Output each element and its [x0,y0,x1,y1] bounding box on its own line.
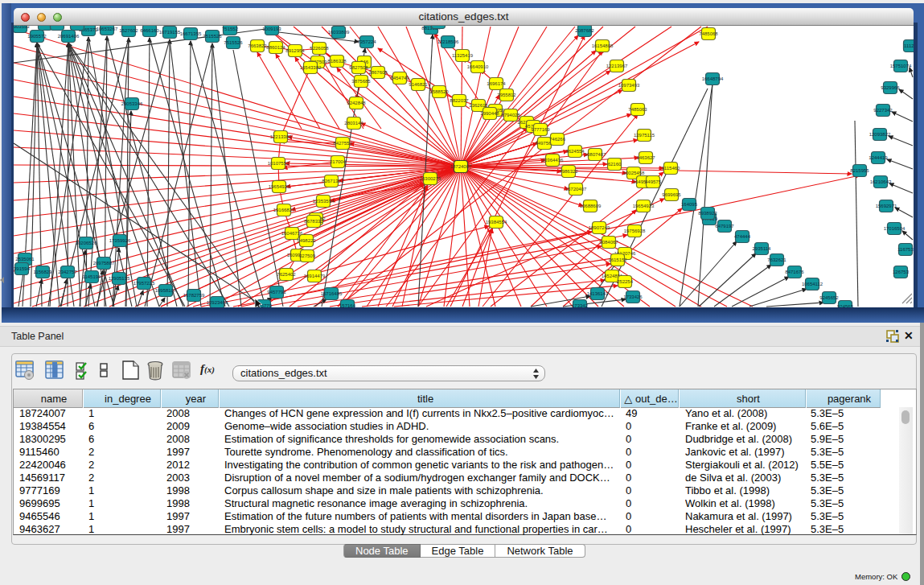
svg-text:29053346: 29053346 [121,101,143,106]
svg-text:8678332: 8678332 [304,219,323,224]
svg-text:1733426: 1733426 [623,295,643,299]
svg-text:8471676: 8471676 [785,270,804,274]
svg-text:9242848: 9242848 [347,101,366,105]
svg-text:2087682: 2087682 [575,28,594,33]
svg-text:19166827: 19166827 [273,208,295,212]
svg-text:20975887: 20975887 [93,261,115,266]
svg-text:18907249: 18907249 [589,225,610,230]
svg-text:2935114: 2935114 [753,246,772,251]
svg-text:5498222: 5498222 [297,238,316,243]
svg-text:1527602: 1527602 [119,28,138,33]
svg-text:164095: 164095 [681,202,698,207]
svg-text:10807487: 10807487 [585,152,606,157]
svg-text:16782759: 16782759 [183,293,205,298]
svg-text:8186328: 8186328 [327,59,347,64]
svg-text:9329966: 9329966 [881,85,900,90]
svg-text:1905572: 1905572 [27,34,47,39]
svg-text:14136141: 14136141 [587,291,609,296]
svg-text:7485063: 7485063 [628,107,647,112]
svg-text:173342: 173342 [572,303,589,307]
svg-text:116753: 116753 [897,247,914,252]
svg-text:474444: 474444 [734,234,751,239]
svg-text:16648794: 16648794 [702,76,724,81]
svg-text:15692971: 15692971 [876,204,897,208]
svg-text:7515526: 7515526 [203,34,222,39]
svg-text:11325419: 11325419 [452,53,474,58]
svg-text:9463627: 9463627 [636,155,655,160]
svg-text:10107552: 10107552 [268,161,290,166]
svg-text:20364436: 20364436 [542,158,564,163]
svg-text:9227342: 9227342 [873,108,893,113]
svg-text:12093822: 12093822 [869,132,891,137]
svg-text:391594: 391594 [14,266,31,271]
svg-text:1990448: 1990448 [480,111,499,116]
svg-text:327509: 327509 [299,253,316,258]
svg-text:8267130: 8267130 [322,179,341,183]
svg-text:12905135: 12905135 [109,276,130,281]
svg-text:7485068: 7485068 [699,31,718,36]
svg-text:2803144: 2803144 [344,121,363,126]
svg-text:3875685: 3875685 [351,79,371,84]
svg-text:8427552: 8427552 [333,141,352,146]
svg-text:10025458: 10025458 [623,171,645,175]
svg-text:751552: 751552 [222,27,239,31]
svg-text:1244419: 1244419 [869,155,888,160]
svg-text:6479197: 6479197 [715,224,734,229]
svg-text:16154808: 16154808 [592,43,614,48]
svg-text:6466160: 6466160 [140,28,159,33]
svg-text:17957225: 17957225 [133,281,155,286]
svg-text:252254: 252254 [617,279,634,284]
svg-text:7625402: 7625402 [277,272,296,277]
svg-text:9146821: 9146821 [409,82,428,87]
svg-text:8938923: 8938923 [698,211,717,216]
svg-text:17016504: 17016504 [884,226,906,231]
svg-text:746266: 746266 [549,137,566,142]
svg-text:126753: 126753 [893,270,910,274]
svg-text:16210643: 16210643 [870,179,892,184]
svg-text:10958107: 10958107 [155,288,177,293]
svg-text:15751074: 15751074 [890,64,912,68]
svg-text:1145194: 1145194 [83,274,102,279]
svg-text:11123: 11123 [904,43,914,48]
svg-text:10973493: 10973493 [618,83,640,88]
svg-text:10653267: 10653267 [97,27,118,31]
svg-text:1615152: 1615152 [608,257,627,262]
svg-text:7357224: 7357224 [357,39,376,44]
svg-text:8215955: 8215955 [850,168,869,173]
svg-text:7663822: 7663822 [248,43,267,48]
svg-text:7515526: 7515526 [224,40,243,45]
svg-text:8454749: 8454749 [390,76,409,80]
svg-text:8860124: 8860124 [266,45,285,50]
svg-text:157164: 157164 [339,303,356,307]
svg-text:217004: 217004 [330,159,347,164]
svg-text:8912954: 8912954 [285,48,305,53]
svg-text:10688609: 10688609 [580,204,602,208]
svg-text:9827508: 9827508 [349,65,368,70]
svg-text:5226058: 5226058 [310,46,329,51]
svg-text:6794028: 6794028 [501,113,520,117]
svg-text:12923468: 12923468 [207,300,228,305]
svg-text:205572: 205572 [49,26,66,27]
svg-text:1156829: 1156829 [34,270,53,274]
svg-text:12975115: 12975115 [634,133,655,138]
svg-text:16640910: 16640910 [467,64,489,69]
svg-text:9777169: 9777169 [531,127,550,132]
svg-text:20206526: 20206526 [76,241,97,245]
svg-text:2535061: 2535061 [15,257,35,262]
svg-text:19654923: 19654923 [633,204,655,208]
svg-text:1009193: 1009193 [262,27,281,31]
svg-text:19654925: 19654925 [269,184,290,189]
svg-text:2867608: 2867608 [368,70,388,75]
svg-text:12353594: 12353594 [313,199,335,204]
svg-text:10719155: 10719155 [159,30,181,35]
svg-text:9457791: 9457791 [267,290,286,295]
svg-text:19756928: 19756928 [624,229,646,233]
svg-text:1903553: 1903553 [14,26,30,29]
svg-text:9115460: 9115460 [662,166,681,171]
svg-text:12213967: 12213967 [606,64,628,68]
svg-text:15720407: 15720407 [565,187,587,192]
svg-text:449575: 449575 [645,179,662,184]
svg-text:16033809: 16033809 [328,30,350,35]
svg-text:15300275: 15300275 [420,176,441,181]
svg-text:1588520: 1588520 [429,89,449,94]
